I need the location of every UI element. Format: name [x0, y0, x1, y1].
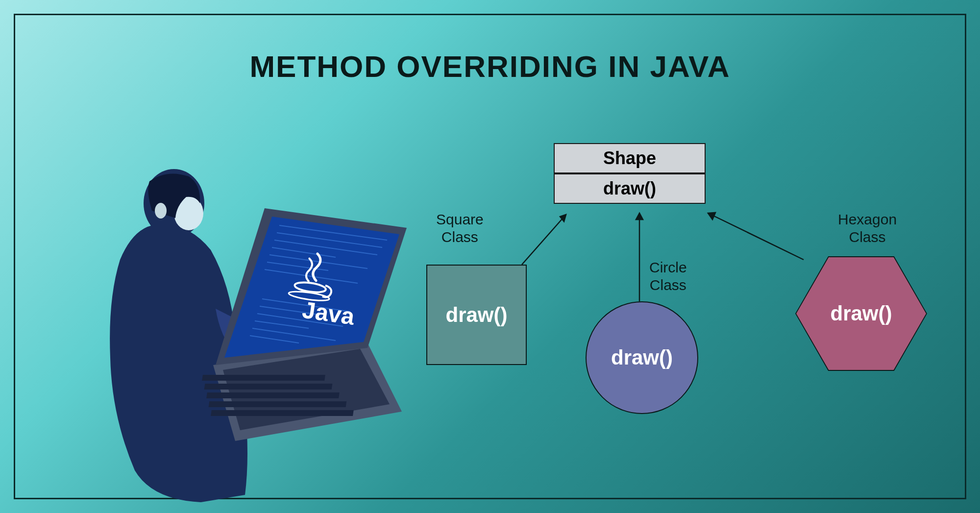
svg-line-25: [522, 215, 566, 265]
diagram-title: METHOD OVERRIDING IN JAVA: [249, 49, 730, 84]
parent-class-box: Shape draw(): [554, 143, 706, 204]
parent-class-name: Shape: [554, 143, 706, 173]
svg-line-29: [708, 213, 804, 260]
svg-rect-6: [204, 384, 333, 390]
svg-rect-8: [209, 401, 347, 407]
circle-class-label: Circle Class: [649, 259, 687, 294]
square-class-label: Square Class: [436, 211, 484, 246]
circle-method-text: draw(): [611, 346, 673, 369]
square-method-text: draw(): [446, 303, 508, 327]
circle-to-parent-arrow: [627, 206, 652, 304]
parent-method-name: draw(): [554, 173, 706, 204]
hexagon-class-label: Hexagon Class: [838, 211, 897, 246]
person-with-laptop-illustration: Java: [64, 162, 407, 505]
svg-marker-28: [636, 213, 643, 220]
hexagon-child-shape: draw(): [796, 257, 926, 370]
svg-rect-7: [206, 392, 340, 398]
hexagon-method-text: draw(): [831, 302, 892, 325]
square-child-shape: draw(): [426, 265, 527, 365]
svg-rect-9: [211, 410, 354, 416]
svg-marker-30: [708, 213, 715, 220]
square-to-parent-arrow: [517, 206, 576, 269]
circle-child-shape: draw(): [586, 301, 698, 414]
hexagon-to-parent-arrow: [701, 206, 808, 269]
svg-point-2: [155, 203, 167, 219]
svg-rect-5: [202, 375, 325, 381]
